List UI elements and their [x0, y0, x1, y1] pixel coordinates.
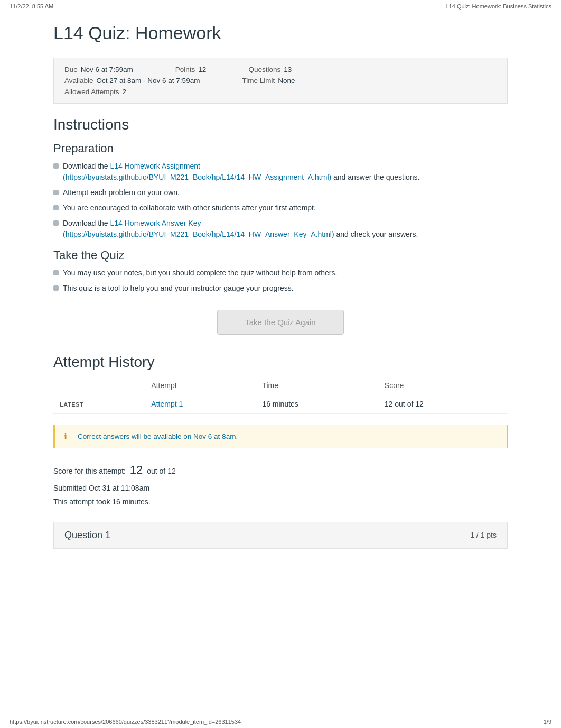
allowed-attempts-value: 2	[123, 88, 127, 96]
take-quiz-heading: Take the Quiz	[53, 248, 508, 262]
submitted-label: Submitted Oct 31 at 11:08am	[53, 481, 508, 495]
timestamp: 11/2/22, 8:55 AM	[10, 3, 53, 10]
due-value: Nov 6 at 7:59am	[81, 66, 133, 73]
attempt-score: 12 out of 12	[378, 394, 508, 414]
info-text: Correct answers will be available on Nov…	[78, 432, 238, 440]
bullet-dot	[53, 285, 59, 291]
attempt-table: Attempt Time Score LATEST Attempt 1 16 m…	[53, 377, 508, 414]
list-item: Attempt each problem on your own.	[53, 187, 508, 198]
prep-item-2: Attempt each problem on your own.	[63, 187, 180, 198]
take-quiz-btn-area: Take the Quiz Again	[53, 310, 508, 335]
take-quiz-item-2: This quiz is a tool to help you and your…	[63, 283, 294, 294]
prep-item-1-post: and answer the questions.	[333, 173, 419, 181]
took-label: This attempt took 16 minutes.	[53, 495, 508, 509]
question-1-label: Question 1	[64, 530, 110, 541]
take-quiz-item-1: You may use your notes, but you should c…	[63, 268, 337, 279]
attempt-history-section: Attempt History Attempt Time Score LATES…	[53, 354, 508, 414]
quiz-meta-box: Due Nov 6 at 7:59am Points 12 Questions …	[53, 58, 508, 104]
due-label: Due	[64, 66, 78, 73]
preparation-list: Download the L14 Homework Assignment (ht…	[53, 161, 508, 240]
score-out-of: out of 12	[147, 467, 176, 475]
score-for-attempt-label: Score for this attempt:	[53, 467, 126, 475]
score-number: 12	[130, 463, 143, 476]
list-item: Download the L14 Homework Answer Key (ht…	[53, 218, 508, 240]
list-item: You are encouraged to collaborate with o…	[53, 202, 508, 214]
info-icon: ℹ	[64, 431, 72, 441]
table-row: LATEST Attempt 1 16 minutes 12 out of 12	[53, 394, 508, 414]
attempt-1-link[interactable]: Attempt 1	[151, 400, 183, 408]
available-value: Oct 27 at 8am - Nov 6 at 7:59am	[97, 77, 200, 85]
bullet-dot	[53, 270, 59, 275]
take-quiz-list: You may use your notes, but you should c…	[53, 268, 508, 294]
time-limit-value: None	[278, 77, 295, 85]
col-label	[53, 377, 145, 394]
attempt-time: 16 minutes	[256, 394, 378, 414]
prep-item-3: You are encouraged to collaborate with o…	[63, 202, 316, 214]
take-quiz-again-button[interactable]: Take the Quiz Again	[217, 310, 343, 335]
bullet-dot	[53, 190, 59, 195]
list-item: You may use your notes, but you should c…	[53, 268, 508, 279]
questions-label: Questions	[248, 66, 280, 73]
available-label: Available	[64, 77, 94, 85]
question-1-header: Question 1 1 / 1 pts	[53, 522, 508, 549]
info-box: ℹ Correct answers will be available on N…	[53, 425, 508, 448]
list-item: Download the L14 Homework Assignment (ht…	[53, 161, 508, 183]
list-item: This quiz is a tool to help you and your…	[53, 283, 508, 294]
question-1-pts: 1 / 1 pts	[470, 531, 497, 539]
time-limit-label: Time Limit	[242, 77, 275, 85]
col-attempt: Attempt	[145, 377, 256, 394]
attempt-history-heading: Attempt History	[53, 354, 508, 371]
prep-item-4-post: and check your answers.	[336, 230, 418, 238]
page-tab-title: L14 Quiz: Homework: Business Statistics	[445, 3, 551, 10]
allowed-attempts-label: Allowed Attempts	[64, 88, 119, 96]
points-value: 12	[198, 66, 206, 73]
bullet-dot	[53, 163, 59, 169]
latest-label: LATEST	[60, 401, 83, 408]
quiz-title: L14 Quiz: Homework	[53, 13, 508, 49]
col-score: Score	[378, 377, 508, 394]
score-section: Score for this attempt: 12 out of 12 Sub…	[53, 459, 508, 509]
points-label: Points	[175, 66, 195, 73]
preparation-heading: Preparation	[53, 142, 508, 155]
instructions-heading: Instructions	[53, 116, 508, 133]
bullet-dot	[53, 205, 59, 210]
prep-item-1-pre: Download the	[63, 162, 110, 170]
prep-item-4-pre: Download the	[63, 219, 110, 227]
bullet-dot	[53, 220, 59, 226]
questions-value: 13	[284, 66, 292, 73]
col-time: Time	[256, 377, 378, 394]
